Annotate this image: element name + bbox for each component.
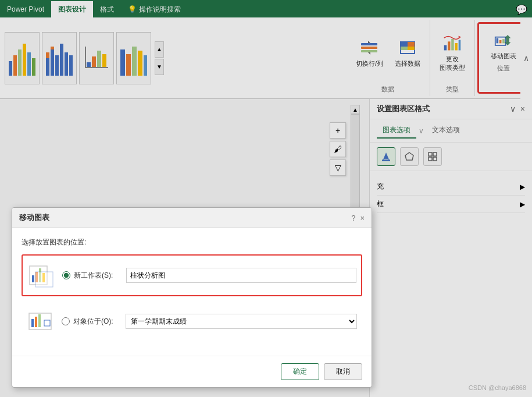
dialog-help-icon[interactable]: ? bbox=[351, 214, 355, 222]
new-sheet-option-row: 新工作表(S): bbox=[22, 254, 362, 296]
new-sheet-radio-label[interactable]: 新工作表(S): bbox=[62, 271, 126, 281]
existing-sheet-icon bbox=[27, 307, 55, 335]
dialog-title-icons: ? × bbox=[351, 214, 365, 222]
new-sheet-icon bbox=[27, 261, 55, 289]
confirm-button[interactable]: 确定 bbox=[281, 363, 319, 380]
cancel-button[interactable]: 取消 bbox=[324, 363, 362, 380]
dialog-title: 移动图表 bbox=[19, 212, 49, 223]
dialog-overlay: 移动图表 ? × 选择放置图表的位置: bbox=[0, 0, 532, 397]
dialog-titlebar: 移动图表 ? × bbox=[12, 208, 372, 228]
dialog-subtitle: 选择放置图表的位置: bbox=[22, 238, 362, 247]
existing-sheet-select[interactable]: 第一学期期末成绩 bbox=[126, 314, 357, 329]
dialog-footer: 确定 取消 bbox=[12, 356, 372, 387]
svg-rect-55 bbox=[31, 319, 34, 327]
svg-rect-53 bbox=[35, 272, 53, 287]
existing-sheet-radio[interactable] bbox=[62, 317, 70, 325]
new-sheet-input[interactable] bbox=[126, 268, 356, 283]
dialog-body: 选择放置图表的位置: bbox=[12, 228, 372, 356]
svg-rect-49 bbox=[32, 275, 34, 282]
svg-rect-57 bbox=[38, 314, 41, 327]
new-sheet-radio[interactable] bbox=[62, 271, 70, 279]
move-chart-dialog: 移动图表 ? × 选择放置图表的位置: bbox=[12, 207, 372, 388]
dialog-close-icon[interactable]: × bbox=[360, 214, 365, 222]
svg-rect-56 bbox=[35, 317, 37, 327]
existing-sheet-option-row: 对象位于(O): 第一学期期末成绩 bbox=[22, 301, 362, 342]
new-sheet-label-text: 新工作表(S): bbox=[74, 271, 113, 281]
existing-sheet-radio-label[interactable]: 对象位于(O): bbox=[62, 317, 126, 327]
existing-sheet-label-text: 对象位于(O): bbox=[73, 317, 113, 327]
